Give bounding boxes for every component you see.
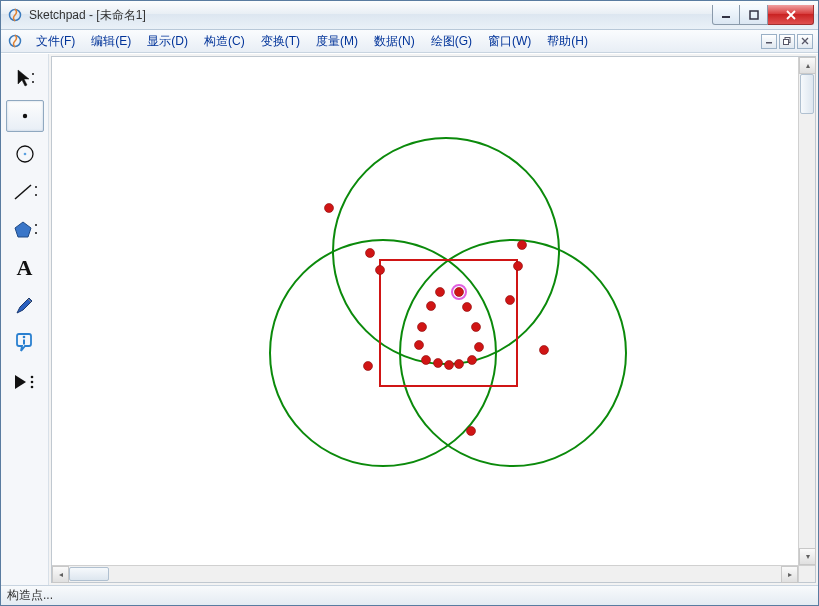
svg-marker-15 [15,222,31,237]
scroll-right-button[interactable]: ▸ [781,566,798,583]
mdi-minimize-button[interactable] [761,34,777,49]
svg-point-41 [475,343,484,352]
menu-graph[interactable]: 绘图(G) [423,31,480,52]
tool-arrow[interactable] [6,62,44,94]
titlebar[interactable]: Sketchpad - [未命名1] [1,1,818,30]
tool-point[interactable] [6,100,44,132]
svg-point-18 [22,336,25,339]
tool-circle[interactable] [6,138,44,170]
svg-point-40 [415,341,424,350]
app-window: Sketchpad - [未命名1] 文件(F) 编辑(E) 显示(D) 构造(… [0,0,819,606]
svg-point-44 [434,359,443,368]
vscroll-track[interactable] [799,74,815,548]
canvas-area: ▴ ▾ ◂ ▸ [51,56,816,583]
svg-point-47 [468,356,477,365]
svg-point-43 [422,356,431,365]
window-controls [712,5,814,25]
svg-line-12 [15,185,31,199]
svg-point-20 [30,376,33,379]
svg-point-31 [376,266,385,275]
menu-window[interactable]: 窗口(W) [480,31,539,52]
doc-icon [6,32,24,50]
svg-point-45 [445,361,454,370]
vscroll-thumb[interactable] [800,74,814,114]
text-icon: A [17,255,33,281]
svg-point-33 [436,288,445,297]
tool-polygon[interactable] [6,214,44,246]
menu-display[interactable]: 显示(D) [139,31,196,52]
tool-palette: A [1,54,49,585]
svg-point-30 [518,241,527,250]
menu-file[interactable]: 文件(F) [28,31,83,52]
hscroll-thumb[interactable] [69,567,109,581]
svg-point-29 [366,249,375,258]
tool-custom[interactable] [6,366,44,398]
svg-point-37 [506,296,515,305]
svg-point-14 [35,194,37,196]
svg-point-28 [325,204,334,213]
svg-point-39 [472,323,481,332]
window-title: Sketchpad - [未命名1] [29,7,712,24]
menu-help[interactable]: 帮助(H) [539,31,596,52]
statusbar: 构造点... [1,585,818,605]
svg-rect-1 [722,16,730,18]
svg-rect-4 [766,42,772,44]
svg-point-24 [270,240,496,466]
svg-point-8 [32,81,34,83]
status-message: 构造点... [7,587,53,604]
menu-transform[interactable]: 变换(T) [253,31,308,52]
scroll-corner [798,565,815,582]
svg-rect-19 [23,340,25,345]
body-area: A ▴ ▾ [1,53,818,585]
tool-info[interactable] [6,328,44,360]
mdi-restore-button[interactable] [779,34,795,49]
svg-point-16 [35,224,37,226]
svg-point-13 [35,186,37,188]
menu-data[interactable]: 数据(N) [366,31,423,52]
svg-point-42 [540,346,549,355]
svg-point-32 [514,262,523,271]
svg-point-17 [35,232,37,234]
svg-point-25 [400,240,626,466]
scroll-up-button[interactable]: ▴ [799,57,816,74]
maximize-button[interactable] [740,5,768,25]
scroll-down-button[interactable]: ▾ [799,548,816,565]
svg-point-35 [427,302,436,311]
menu-measure[interactable]: 度量(M) [308,31,366,52]
svg-point-11 [23,153,26,156]
svg-rect-2 [750,11,758,19]
canvas-wrap: ▴ ▾ ◂ ▸ [49,54,818,585]
drawing-canvas[interactable] [52,57,798,565]
svg-point-21 [30,381,33,384]
hscroll-track[interactable] [69,566,781,582]
scroll-left-button[interactable]: ◂ [52,566,69,583]
tool-text[interactable]: A [6,252,44,284]
close-button[interactable] [768,5,814,25]
mdi-close-button[interactable] [797,34,813,49]
svg-point-7 [32,73,34,75]
tool-marker[interactable] [6,290,44,322]
svg-point-49 [467,427,476,436]
horizontal-scrollbar[interactable]: ◂ ▸ [52,565,798,582]
vertical-scrollbar[interactable]: ▴ ▾ [798,57,815,565]
svg-point-22 [30,386,33,389]
svg-point-34 [455,288,464,297]
svg-point-46 [455,360,464,369]
mdi-controls [761,34,815,49]
app-icon [7,7,23,23]
svg-point-48 [364,362,373,371]
menubar: 文件(F) 编辑(E) 显示(D) 构造(C) 变换(T) 度量(M) 数据(N… [1,30,818,53]
svg-point-38 [418,323,427,332]
menu-construct[interactable]: 构造(C) [196,31,253,52]
menu-edit[interactable]: 编辑(E) [83,31,139,52]
drawing-svg [52,57,798,565]
minimize-button[interactable] [712,5,740,25]
tool-line[interactable] [6,176,44,208]
svg-point-9 [22,114,26,118]
svg-rect-6 [784,40,789,45]
svg-point-36 [463,303,472,312]
